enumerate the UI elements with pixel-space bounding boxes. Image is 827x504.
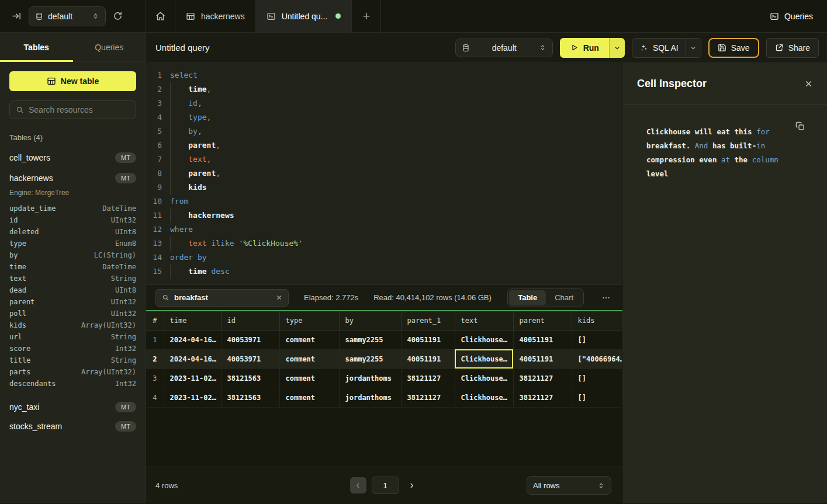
code-line[interactable]: 4type, [146,110,622,124]
new-tab-button[interactable]: + [352,0,381,32]
column-header[interactable]: parent_1 [401,311,455,330]
column-header[interactable]: parent [513,311,572,330]
column-row[interactable]: titleString [9,354,136,366]
queries-button[interactable]: Queries [770,0,827,32]
table-cell[interactable]: Clickhouse… [455,349,513,369]
sql-ai-button[interactable]: SQL AI [632,43,686,53]
table-cell[interactable]: 40053971 [221,349,279,369]
next-page-button[interactable] [404,482,419,489]
column-row[interactable]: typeEnum8 [9,238,136,249]
table-cell[interactable]: ["40066964… [572,349,622,369]
column-header[interactable]: # [146,311,164,330]
save-button[interactable]: Save [708,38,759,58]
tab-untitled-query[interactable]: Untitled qu... [256,0,352,32]
column-row[interactable]: descendantsInt32 [9,378,136,390]
table-cell[interactable]: [] [572,388,622,407]
collapse-sidebar-button[interactable] [12,11,22,21]
table-cell[interactable]: 38121563 [221,369,279,388]
column-row[interactable]: deadUInt8 [9,284,136,296]
code-line[interactable]: 9kids [146,180,622,194]
row-number[interactable]: 3 [146,369,164,388]
column-header[interactable]: by [339,311,401,330]
sidebar-tab-tables[interactable]: Tables [0,33,73,61]
table-cell[interactable]: 2023-11-02… [164,369,221,388]
table-cell[interactable]: jordanthoms [339,369,401,388]
sidebar-tab-queries[interactable]: Queries [73,33,146,61]
column-row[interactable]: scoreInt32 [9,343,136,354]
table-cell[interactable]: 38121127 [513,388,572,407]
table-cell[interactable]: [] [572,330,622,349]
column-header[interactable]: type [279,311,339,330]
table-cell[interactable]: 38121127 [401,369,455,388]
code-line[interactable]: 1select [146,68,622,82]
sql-editor[interactable]: 1select2time,3id,4type,5by,6parent,7text… [146,63,622,284]
code-line[interactable]: 10from [146,194,622,208]
column-row[interactable]: byLC(String) [9,249,136,261]
row-number[interactable]: 2 [146,349,164,369]
column-row[interactable]: textString [9,273,136,284]
code-line[interactable]: 11hackernews [146,208,622,223]
code-line[interactable]: 8parent, [146,166,622,180]
row-number[interactable]: 4 [146,388,164,407]
page-number-input[interactable] [372,477,399,494]
table-cell[interactable]: Clickhouse… [455,388,513,407]
column-row[interactable]: urlString [9,331,136,343]
sql-ai-options-button[interactable] [686,39,701,57]
resource-search[interactable] [9,100,136,119]
sidebar-table-cell-towers[interactable]: cell_towers MT [9,150,136,166]
table-cell[interactable]: comment [279,388,339,407]
table-cell[interactable]: 38121127 [513,369,572,388]
row-number[interactable]: 1 [146,330,164,349]
table-cell[interactable]: sammy2255 [339,330,401,349]
code-line[interactable]: 14order by [146,251,622,265]
code-line[interactable]: 3id, [146,96,622,110]
table-cell[interactable]: comment [279,369,339,388]
code-line[interactable]: 13text ilike '%ClickHouse%' [146,237,622,251]
code-line[interactable]: 5by, [146,124,622,138]
run-options-button[interactable] [609,38,625,58]
table-cell[interactable]: 40051191 [401,330,455,349]
table-cell[interactable]: Clickhouse… [455,369,513,388]
column-row[interactable]: pollUInt32 [9,308,136,319]
column-row[interactable]: partsArray(UInt32) [9,366,136,378]
view-table-tab[interactable]: Table [509,290,546,305]
table-cell[interactable]: 38121127 [401,388,455,407]
table-cell[interactable]: 40051191 [513,349,572,369]
results-search[interactable] [155,289,289,307]
table-cell[interactable]: 38121563 [221,388,279,407]
table-cell[interactable]: 2024-04-16… [164,330,221,349]
sidebar-table-stocks-stream[interactable]: stocks_stream MT [9,418,136,435]
code-line[interactable]: 2time, [146,82,622,96]
code-line[interactable]: 15time desc [146,265,622,279]
more-options-button[interactable] [599,293,613,303]
table-cell[interactable]: 2023-11-02… [164,388,221,407]
table-cell[interactable]: Clickhouse… [455,330,513,349]
code-line[interactable]: 7text, [146,152,622,166]
column-row[interactable]: deletedUInt8 [9,226,136,238]
page-size-select[interactable]: All rows [527,476,611,495]
tab-home[interactable] [146,0,175,32]
code-line[interactable]: 6parent, [146,138,622,152]
table-cell[interactable]: comment [279,330,339,349]
refresh-button[interactable] [113,11,123,21]
table-cell[interactable]: 2024-04-16… [164,349,221,369]
table-cell[interactable]: [] [572,369,622,388]
code-line[interactable]: 12where [146,223,622,237]
column-header[interactable]: text [455,311,513,330]
column-header[interactable]: id [221,311,279,330]
table-cell[interactable]: sammy2255 [339,349,401,369]
close-inspector-button[interactable] [804,79,813,88]
sidebar-table-hackernews[interactable]: hackernews MT [9,170,136,186]
new-table-button[interactable]: New table [9,71,136,91]
table-cell[interactable]: 40051191 [401,349,455,369]
column-header[interactable]: kids [572,311,622,330]
database-select[interactable]: default [455,39,553,57]
column-header[interactable]: time [164,311,221,330]
connection-select[interactable]: default [29,6,106,26]
column-row[interactable]: update_timeDateTime [9,203,136,214]
resource-search-input[interactable] [29,105,134,114]
table-cell[interactable]: jordanthoms [339,388,401,407]
run-button[interactable]: Run [560,38,609,58]
copy-cell-button[interactable] [795,121,805,131]
view-chart-tab[interactable]: Chart [546,290,582,305]
